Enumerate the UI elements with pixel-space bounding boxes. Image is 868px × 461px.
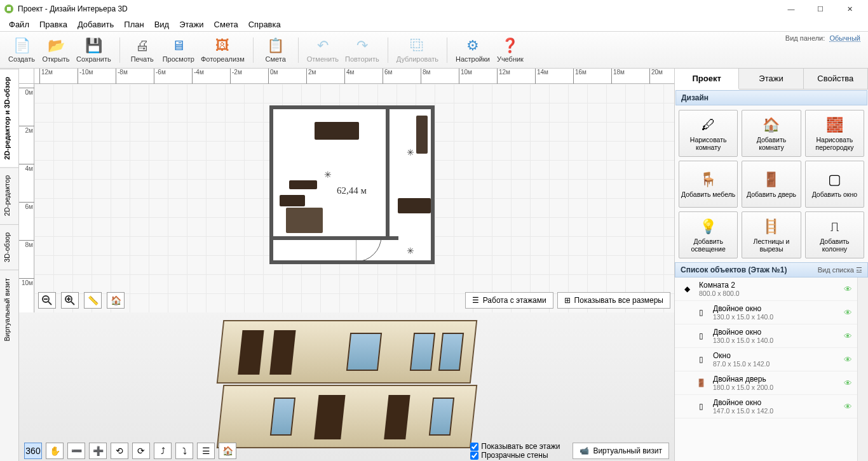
grid-icon: ⊞ [564,296,571,305]
left-tab-1[interactable]: 2D-редактор [0,167,18,224]
rotate-cw-icon[interactable]: ⟳ [132,443,150,459]
floor-plan[interactable]: ✳ ✳ ✳ 62,44 м [269,105,435,264]
zoom-out-icon[interactable] [38,292,56,309]
desk[interactable] [398,198,431,213]
virtual-visit-button[interactable]: 📹Виртуальный визит [573,443,669,459]
tilt-up-icon[interactable]: ⤴ [154,443,172,459]
visibility-icon[interactable]: 👁 [844,355,852,364]
draw-room-button[interactable]: 🖊Нарисовать комнату [679,110,738,157]
object-item[interactable]: ▯Двойное окно130.0 x 15.0 x 140.0👁 [675,301,857,324]
ceiling-light-icon[interactable]: ✳ [407,147,414,157]
menu-вид[interactable]: Вид [149,18,175,30]
save-button[interactable]: 💾Сохранить [76,37,111,63]
add-room-button[interactable]: 🏠Добавить комнату [742,110,801,157]
ceiling-light-icon[interactable]: ✳ [324,170,332,180]
maximize-button[interactable]: ☐ [806,0,835,18]
undo-button: ↶Отменить [307,37,339,63]
add-door-icon: 🚪 [763,171,780,189]
object-item[interactable]: ▯Окно87.0 x 15.0 x 142.0👁 [675,348,857,371]
draw-partition-icon: 🧱 [825,116,843,134]
add-furniture-button[interactable]: 🪑Добавить мебель [679,161,738,208]
open-button[interactable]: 📂Открыть [42,37,70,63]
home-3d-icon[interactable]: 🏠 [219,443,236,459]
pan-icon[interactable]: ✋ [46,443,64,459]
duplicate-icon: ⿻ [409,37,426,55]
left-tab-3[interactable]: Виртуальный визит [0,270,18,349]
object-list-header: Список объектов (Этаж №1) Вид списка ☲ [675,262,868,277]
visibility-icon[interactable]: 👁 [844,378,852,388]
canvas-2d[interactable]: ✳ ✳ ✳ 62,44 м 📏 🏠 ☰Работа с этажами ⊞Пок… [34,84,674,312]
canvas-3d[interactable]: 360 ✋ ➖ ➕ ⟲ ⟳ ⤴ ⤵ ☰ 🏠 Показывать все эта… [19,312,674,461]
rotate-ccw-icon[interactable]: ⟲ [111,443,128,459]
room-area-label: 62,44 м [337,185,367,196]
show-all-floors-checkbox[interactable]: Показывать все этажи [470,442,560,451]
ceiling-light-icon[interactable]: ✳ [407,246,414,256]
minimize-button[interactable]: — [776,0,806,18]
ruler-vertical: 0м2м4м6м8м10м [19,84,34,312]
storey-icon[interactable]: ☰ [197,443,215,459]
print-button[interactable]: 🖨Печать [128,37,156,63]
show-dims-button[interactable]: ⊞Показывать все размеры [557,292,670,309]
visibility-icon[interactable]: 👁 [844,331,852,341]
transparent-walls-checkbox[interactable]: Прозрачные стены [470,451,560,460]
menu-файл[interactable]: Файл [4,18,34,30]
create-button[interactable]: 📄Создать [8,37,36,63]
zoom-in-icon[interactable] [61,292,79,309]
add-furniture-icon: 🪑 [700,171,717,189]
tv-stand[interactable] [289,180,317,189]
object-item[interactable]: ▯Двойное окно147.0 x 15.0 x 142.0👁 [675,395,857,418]
tilt-down-icon[interactable]: ⤵ [175,443,193,459]
add-column-button[interactable]: ⎍Добавить колонну [805,211,864,258]
measure-icon[interactable]: 📏 [84,292,102,309]
house-3d-model[interactable] [220,320,474,453]
right-tab-свойства[interactable]: Свойства [804,69,868,89]
menu-справка[interactable]: Справка [243,18,286,30]
object-list[interactable]: ◆Комната 2800.0 x 800.0👁▯Двойное окно130… [675,277,857,461]
draw-partition-button[interactable]: 🧱Нарисовать перегородку [805,110,864,157]
visibility-icon[interactable]: 👁 [844,402,852,411]
menu-план[interactable]: План [119,18,149,30]
undo-icon: ↶ [314,37,332,55]
open-icon: 📂 [47,37,65,55]
zoom-in-3d-icon[interactable]: ➕ [89,443,107,459]
panel-mode-label: Вид панели: [785,34,825,42]
preview-button[interactable]: 🖥Просмотр [163,37,194,63]
menu-этажи[interactable]: Этажи [174,18,208,30]
left-tab-2[interactable]: 3D-обзор [0,224,18,270]
sofa[interactable] [286,208,323,233]
object-item[interactable]: 🚪Двойная дверь180.0 x 15.0 x 200.0👁 [675,371,857,395]
wardrobe[interactable] [416,116,428,154]
tutorial-button[interactable]: ❓Учебник [496,37,524,63]
visibility-icon[interactable]: 👁 [844,308,852,317]
right-tab-этажи[interactable]: Этажи [739,69,803,89]
room-icon: ◆ [680,282,694,296]
close-button[interactable]: ✕ [835,0,864,18]
list-view-toggle[interactable]: Вид списка ☲ [818,266,862,274]
estimate-button[interactable]: 📋Смета [262,37,290,63]
panel-mode: Вид панели: Обычный [785,34,860,42]
photoreal-button[interactable]: 🖼Фотореализм [201,37,245,63]
home-icon[interactable]: 🏠 [107,292,125,309]
add-window-button[interactable]: ▢Добавить окно [805,161,864,208]
settings-button[interactable]: ⚙Настройки [456,37,490,63]
add-door-button[interactable]: 🚪Добавить дверь [742,161,801,208]
cabinet[interactable] [280,195,305,206]
zoom-out-3d-icon[interactable]: ➖ [67,443,85,459]
dining-table[interactable] [315,122,359,140]
visibility-icon[interactable]: 👁 [844,284,852,294]
camera-icon: 📹 [580,446,589,455]
menu-добавить[interactable]: Добавить [72,18,119,30]
left-tab-0[interactable]: 2D-редактор и 3D-обзор [0,69,18,167]
menu-правка[interactable]: Правка [34,18,72,30]
scrollbar[interactable] [857,277,868,461]
object-item[interactable]: ▯Двойное окно130.0 x 15.0 x 140.0👁 [675,324,857,348]
right-tab-проект[interactable]: Проект [675,69,739,90]
menu-смета[interactable]: Смета [209,18,243,30]
rotate-360-icon[interactable]: 360 [24,443,42,459]
object-item[interactable]: ◆Комната 2800.0 x 800.0👁 [675,277,857,301]
stairs-button[interactable]: 🪜Лестницы и вырезы [742,211,801,258]
add-light-icon: 💡 [700,218,717,236]
panel-mode-link[interactable]: Обычный [829,34,860,42]
floors-button[interactable]: ☰Работа с этажами [465,292,553,309]
add-light-button[interactable]: 💡Добавить освещение [679,211,738,258]
